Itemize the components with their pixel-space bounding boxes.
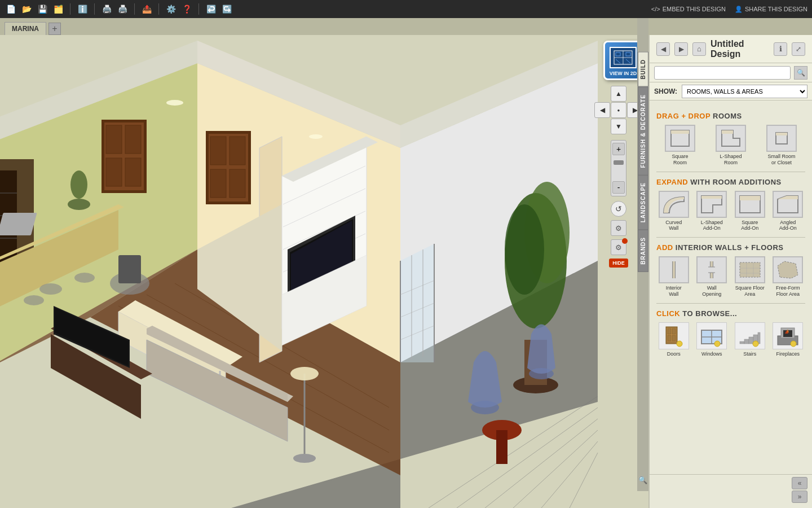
svg-point-62 — [505, 204, 544, 295]
toolbar: 📄 📂 💾 🗂️ ℹ️ 🖨️ 🖨️ 📤 ⚙️ ❓ ↩️ ↪️ </> EMBED… — [0, 0, 812, 18]
panel-home-button[interactable]: ⌂ — [692, 42, 706, 56]
svg-marker-49 — [400, 244, 434, 362]
pan-up-button[interactable]: ▲ — [611, 86, 626, 102]
wall-opening-icon — [696, 256, 727, 283]
freeform-floor-item[interactable]: Free-FormFloor Area — [771, 256, 806, 297]
sep2 — [94, 3, 95, 15]
svg-point-90 — [166, 100, 183, 106]
info-icon[interactable]: ℹ️ — [76, 3, 89, 15]
windows-item[interactable]: Windows — [695, 322, 730, 357]
small-room-icon — [766, 125, 797, 152]
search-go-button[interactable]: 🔍 — [794, 66, 807, 80]
svg-rect-128 — [672, 329, 676, 334]
search-input[interactable] — [654, 66, 791, 80]
svg-marker-124 — [778, 261, 798, 278]
undo-icon[interactable]: ↩️ — [205, 3, 217, 15]
pan-left-button[interactable]: ◀ — [594, 102, 610, 118]
svg-rect-108 — [740, 196, 760, 200]
help-icon[interactable]: ❓ — [180, 3, 193, 15]
panel-forward-button[interactable]: ▶ — [674, 42, 688, 56]
redo-icon[interactable]: ↪️ — [220, 3, 233, 15]
interior-wall-icon — [659, 256, 689, 283]
l-shaped-room-icon — [716, 125, 746, 152]
doors-item[interactable]: Doors — [656, 322, 691, 357]
divider-2 — [656, 237, 805, 238]
settings-icon[interactable]: ⚙️ — [165, 3, 177, 15]
svg-point-75 — [74, 273, 95, 283]
l-shaped-room-label: L-ShapedRoom — [720, 154, 742, 166]
svg-rect-127 — [668, 329, 671, 334]
interior-header: ADD INTERIOR WALLS + FLOORS — [656, 243, 805, 252]
collapse-up-button[interactable]: « — [792, 477, 807, 489]
svg-rect-129 — [668, 335, 671, 341]
svg-marker-106 — [701, 196, 722, 199]
panel-collapse: « » — [650, 474, 812, 508]
browse-grid: Doors Windows — [656, 322, 805, 357]
vtab-landscape[interactable]: LANDSCAPE — [638, 175, 648, 230]
add-tab-button[interactable]: + — [48, 23, 61, 35]
svg-rect-73 — [0, 213, 37, 235]
open-icon[interactable]: 📂 — [20, 3, 33, 15]
svg-rect-29 — [106, 125, 122, 154]
active-tab[interactable]: MARINA — [5, 22, 46, 35]
square-room-label: SquareRoom — [672, 154, 688, 166]
small-room-item[interactable]: Small Roomor Closet — [758, 125, 805, 166]
zoom-in-button[interactable]: + — [612, 143, 625, 155]
l-shaped-room-item[interactable]: L-ShapedRoom — [707, 125, 754, 166]
show-dropdown[interactable]: ROOMS, WALLS & AREAS — [682, 85, 807, 98]
rotate-button[interactable]: ↺ — [611, 201, 626, 217]
svg-rect-58 — [118, 255, 141, 283]
svg-rect-104 — [776, 133, 787, 135]
embed-button[interactable]: </> EMBED THIS DESIGN — [651, 6, 726, 12]
save-icon[interactable]: 💾 — [36, 3, 48, 15]
show-label: SHOW: — [654, 87, 677, 95]
fireplaces-item[interactable]: Fireplaces — [771, 322, 806, 357]
square-floor-item[interactable]: Square FloorArea — [732, 256, 767, 297]
vtab-furnish[interactable]: FURNISH & DECORATE — [638, 87, 648, 176]
svg-rect-36 — [230, 137, 245, 165]
svg-point-131 — [677, 341, 682, 347]
collapse-down-button[interactable]: » — [792, 491, 807, 503]
zoom-out-button[interactable]: - — [612, 181, 625, 194]
svg-rect-100 — [671, 130, 689, 134]
vtab-build[interactable]: BUILD — [638, 52, 648, 87]
svg-point-77 — [68, 199, 90, 210]
hide-button[interactable]: HIDE — [609, 259, 628, 268]
svg-point-76 — [24, 295, 44, 305]
interior-wall-item[interactable]: InteriorWall — [656, 256, 691, 297]
stairs-icon — [735, 322, 765, 349]
svg-rect-32 — [125, 158, 141, 186]
zoom-thumb[interactable] — [614, 160, 624, 165]
print-icon[interactable]: 🖨️ — [100, 3, 113, 15]
pan-center-button[interactable]: ● — [611, 102, 626, 118]
wall-opening-item[interactable]: WallOpening — [695, 256, 730, 297]
vtab-brands[interactable]: BRANDS — [638, 230, 648, 272]
3d-settings-button[interactable]: ⚙ — [611, 220, 626, 236]
panel-expand-button[interactable]: ⤢ — [792, 42, 805, 56]
right-panel: ◀ ▶ ⌂ Untitled Design ℹ ⤢ 🔍 SHOW: ROOMS,… — [648, 35, 812, 508]
l-shaped-addon-item[interactable]: L-ShapedAdd-On — [695, 191, 730, 232]
export-icon[interactable]: 📤 — [140, 3, 153, 15]
svg-rect-37 — [210, 169, 226, 198]
share-button[interactable]: 👤 SHARE THIS DESIGN — [735, 6, 807, 13]
l-shaped-addon-icon — [696, 191, 727, 218]
square-room-item[interactable]: SquareRoom — [656, 125, 704, 166]
stairs-item[interactable]: Stairs — [732, 322, 767, 357]
save-as-icon[interactable]: 🗂️ — [52, 3, 64, 15]
pan-down-button[interactable]: ▼ — [611, 119, 626, 134]
print2-icon[interactable]: 🖨️ — [116, 3, 129, 15]
interior-grid: InteriorWall WallOpening — [656, 256, 805, 297]
curved-wall-item[interactable]: CurvedWall — [656, 191, 691, 232]
square-addon-item[interactable]: SquareAdd-On — [732, 191, 767, 232]
vtab-search-icon[interactable]: 🔍 — [637, 474, 648, 485]
angled-addon-item[interactable]: AngledAdd-On — [771, 191, 806, 232]
panel-title: Untitled Design — [710, 39, 769, 59]
divider-3 — [656, 303, 805, 304]
new-icon[interactable]: 📄 — [5, 3, 17, 15]
divider-1 — [656, 172, 805, 172]
canvas-area[interactable]: VIEW IN 2D ▲ ◀ ● ▶ ▼ + - ↺ — [0, 35, 648, 508]
sep1 — [70, 3, 70, 15]
panel-info-button[interactable]: ℹ — [774, 42, 787, 56]
panel-back-button[interactable]: ◀ — [656, 42, 670, 56]
svg-point-78 — [70, 170, 87, 199]
